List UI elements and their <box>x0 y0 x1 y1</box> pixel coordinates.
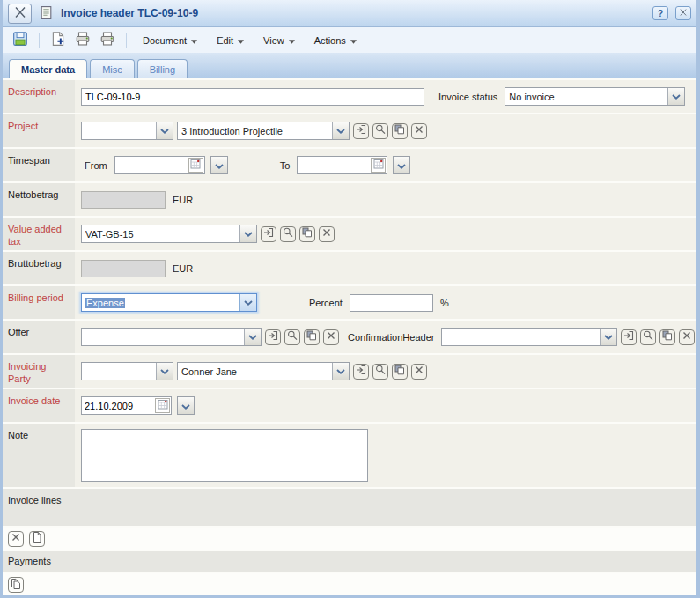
from-date-input[interactable] <box>115 160 188 171</box>
invoice-date-field <box>81 396 172 415</box>
tab-master-data[interactable]: Master data <box>9 59 87 78</box>
invoicing-party-type-select[interactable] <box>81 362 173 380</box>
tab-misc[interactable]: Misc <box>90 59 135 78</box>
timespan-label: Timespan <box>3 149 75 181</box>
chevron-down-icon[interactable] <box>156 363 173 380</box>
print-button[interactable] <box>72 30 93 51</box>
open-in-new-button[interactable] <box>304 329 320 345</box>
menu-edit[interactable]: Edit <box>209 33 252 48</box>
calendar-button[interactable] <box>371 158 386 173</box>
open-in-new-button[interactable] <box>299 226 315 242</box>
search-button[interactable] <box>280 226 296 242</box>
calendar-button[interactable] <box>155 398 170 413</box>
print-preview-button[interactable] <box>97 30 118 51</box>
menu-document[interactable]: Document <box>135 33 205 48</box>
open-in-new-button[interactable] <box>392 123 408 139</box>
chevron-down-icon[interactable] <box>239 294 256 311</box>
goto-icon <box>623 329 635 344</box>
invoice-date-dropdown-button[interactable] <box>177 396 195 415</box>
invoice-date-input[interactable] <box>82 401 155 411</box>
chevron-down-icon[interactable] <box>332 363 349 380</box>
search-button[interactable] <box>284 329 300 345</box>
open-in-new-button[interactable] <box>659 329 675 345</box>
tab-label: Billing <box>150 64 175 75</box>
currency-label: EUR <box>173 195 193 205</box>
from-label: From <box>85 160 107 171</box>
clear-button[interactable] <box>323 329 339 345</box>
to-date-dropdown-button[interactable] <box>393 156 410 174</box>
bruttobetrag-input <box>81 260 166 277</box>
note-textarea[interactable] <box>81 429 368 482</box>
chevron-down-icon <box>191 35 197 46</box>
copy-payment-button[interactable] <box>8 577 24 593</box>
clear-button[interactable] <box>411 123 427 139</box>
chevron-down-icon[interactable] <box>244 329 261 345</box>
tab-label: Misc <box>102 64 122 75</box>
search-button[interactable] <box>372 364 388 380</box>
invoice-status-select[interactable]: No invoice <box>505 87 685 106</box>
goto-record-button[interactable] <box>353 364 369 380</box>
search-button[interactable] <box>372 123 388 139</box>
goto-record-button[interactable] <box>261 226 276 242</box>
chevron-down-icon[interactable] <box>332 122 349 139</box>
clear-button[interactable] <box>679 329 695 345</box>
invoicing-party-label: Invoicing Party <box>3 355 75 388</box>
search-button[interactable] <box>640 329 656 345</box>
clear-button[interactable] <box>411 364 427 380</box>
offer-row: Offer ConfirmationHeader <box>3 321 696 353</box>
note-label: Note <box>3 424 75 487</box>
tab-billing[interactable]: Billing <box>137 59 188 78</box>
chevron-down-icon[interactable] <box>667 88 684 105</box>
project-value: 3 Introduction Projectile <box>178 126 332 137</box>
confirmation-header-label: ConfirmationHeader <box>348 332 434 343</box>
close-window-button[interactable] <box>8 4 32 24</box>
titlebar-close-button[interactable] <box>675 6 691 20</box>
goto-record-button[interactable] <box>265 329 281 345</box>
chevron-down-icon <box>181 399 190 412</box>
project-type-select[interactable] <box>81 122 173 140</box>
to-date-input[interactable] <box>298 160 371 171</box>
from-date-dropdown-button[interactable] <box>210 156 228 174</box>
percent-input[interactable] <box>350 294 433 312</box>
confirmation-header-select[interactable] <box>441 328 617 346</box>
calendar-button[interactable] <box>188 158 203 173</box>
clear-icon <box>413 123 425 138</box>
goto-icon <box>355 123 367 138</box>
billing-period-select[interactable]: Expense <box>81 293 257 312</box>
tab-bar: Master data Misc Billing <box>3 53 696 78</box>
search-icon <box>286 329 298 344</box>
vat-select[interactable]: VAT-GB-15 <box>81 225 257 243</box>
menu-label: Actions <box>314 35 346 46</box>
invoicing-party-select[interactable]: Conner Jane <box>177 362 350 380</box>
percent-label: Percent <box>309 298 343 308</box>
new-document-button[interactable] <box>48 30 69 51</box>
save-button[interactable] <box>10 30 31 51</box>
from-date-field <box>114 156 205 174</box>
help-button[interactable]: ? <box>652 6 668 20</box>
invoice-document-icon <box>39 5 54 22</box>
menu-label: Edit <box>217 35 233 46</box>
goto-record-button[interactable] <box>353 123 369 139</box>
menu-actions[interactable]: Actions <box>306 33 365 48</box>
search-icon <box>642 329 654 344</box>
project-select[interactable]: 3 Introduction Projectile <box>177 122 350 140</box>
new-invoice-line-button[interactable] <box>29 531 45 547</box>
menu-view[interactable]: View <box>255 33 303 48</box>
chevron-down-icon[interactable] <box>600 329 616 345</box>
close-icon <box>12 5 28 22</box>
invoice-lines-label: Invoice lines <box>3 489 75 526</box>
chevron-down-icon[interactable] <box>156 122 173 139</box>
description-input[interactable] <box>81 88 424 106</box>
open-in-new-icon <box>394 123 406 138</box>
clear-icon <box>413 364 425 379</box>
chevron-down-icon <box>350 35 357 46</box>
offer-select[interactable] <box>81 328 262 346</box>
goto-record-button[interactable] <box>621 329 637 345</box>
percent-suffix: % <box>440 298 449 308</box>
clear-button[interactable] <box>319 226 335 242</box>
delete-invoice-line-button[interactable] <box>8 531 24 547</box>
open-in-new-button[interactable] <box>392 364 408 380</box>
calendar-icon <box>190 159 201 172</box>
invoice-date-row: Invoice date <box>3 389 696 422</box>
chevron-down-icon[interactable] <box>239 225 256 242</box>
